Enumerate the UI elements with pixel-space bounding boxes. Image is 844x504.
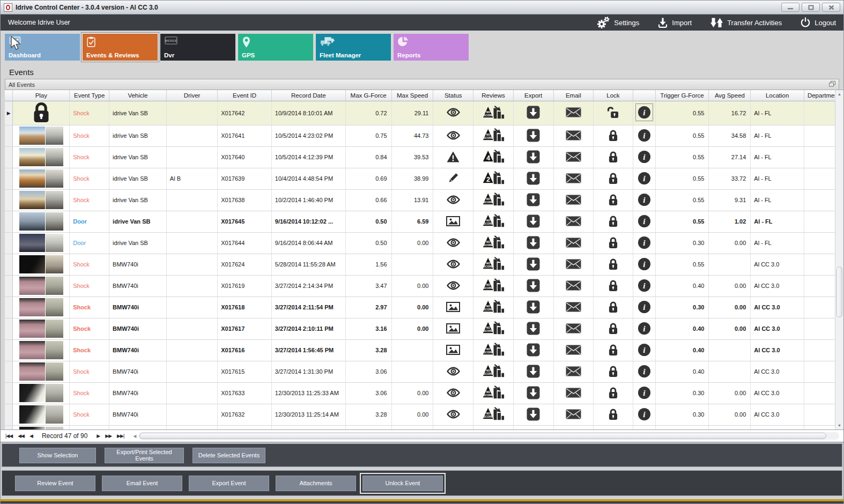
play-thumbnail[interactable]: [19, 427, 63, 429]
lock-icon[interactable]: [608, 172, 618, 184]
table-row[interactable]: Dooridrive Van SBX0176449/16/2014 8:06:4…: [5, 232, 843, 254]
column-header-export[interactable]: Export: [513, 90, 553, 101]
email-icon[interactable]: [566, 173, 581, 183]
reviews-score-icon[interactable]: NOSCORE: [482, 127, 505, 143]
column-header-max_speed[interactable]: Max Speed: [391, 90, 433, 101]
lock-icon[interactable]: [608, 279, 618, 292]
table-row[interactable]: Shockidrive Van SBX01764110/5/2014 4:23:…: [5, 125, 843, 146]
table-row[interactable]: ShockBMW740iX0176173/27/2014 2:10:11 PM3…: [5, 318, 843, 339]
close-button[interactable]: [822, 3, 840, 12]
lock-icon[interactable]: [608, 365, 618, 377]
table-row[interactable]: ShockBMW740iX0176163/27/2014 1:56:45 PM3…: [5, 339, 843, 361]
table-row[interactable]: ShockBMW740iX0176245/28/2014 11:55:28 AM…: [5, 254, 843, 275]
status-viewed-eye-icon[interactable]: [446, 195, 461, 204]
status-warning-icon[interactable]: [447, 151, 460, 162]
horizontal-scroll-thumb[interactable]: [139, 433, 826, 439]
email-icon[interactable]: [566, 388, 581, 398]
lock-icon[interactable]: [608, 129, 618, 142]
info-icon[interactable]: i: [638, 386, 651, 399]
email-icon[interactable]: [566, 259, 581, 269]
play-thumbnail[interactable]: [19, 234, 63, 252]
column-header-event_type[interactable]: Event Type: [70, 90, 109, 101]
export-icon[interactable]: [527, 214, 540, 228]
export-icon[interactable]: [527, 236, 540, 249]
status-viewed-eye-icon[interactable]: [446, 108, 461, 117]
export-print-selected-events-button[interactable]: Export/Print Selected Events: [105, 448, 184, 463]
status-edited-pencil-icon[interactable]: [447, 172, 459, 184]
column-header-event_id[interactable]: Event ID: [218, 90, 272, 101]
reviews-score-icon[interactable]: NOSCORE: [482, 234, 505, 250]
email-icon[interactable]: [566, 216, 581, 226]
status-viewed-eye-icon[interactable]: [446, 281, 461, 290]
email-icon[interactable]: [566, 152, 581, 162]
info-icon[interactable]: i: [638, 343, 651, 357]
nav-tile-events-reviews[interactable]: Events & Reviews: [83, 34, 158, 61]
export-icon[interactable]: [527, 172, 540, 185]
play-thumbnail[interactable]: [19, 148, 63, 166]
info-icon[interactable]: i: [638, 214, 651, 228]
column-header-record_date[interactable]: Record Date: [271, 90, 345, 101]
export-icon[interactable]: [527, 279, 540, 292]
column-header-trigger_g[interactable]: Trigger G-Force: [655, 90, 709, 101]
column-header-max_g[interactable]: Max G-Force: [345, 90, 391, 101]
info-icon[interactable]: i: [638, 257, 651, 271]
column-header-driver[interactable]: Driver: [166, 90, 217, 101]
reviews-score-icon[interactable]: NOSCORE: [482, 256, 505, 272]
info-icon[interactable]: i: [638, 279, 651, 292]
column-header-status[interactable]: Status: [433, 90, 473, 101]
email-icon[interactable]: [566, 107, 581, 117]
play-thumbnail[interactable]: [19, 320, 63, 338]
nav-tile-reports[interactable]: Reports: [394, 34, 469, 61]
status-viewed-eye-icon[interactable]: [446, 260, 461, 269]
table-row[interactable]: ShockBMW740iX01763212/30/2013 11:25:14 A…: [5, 404, 843, 425]
vertical-scroll-thumb[interactable]: [836, 266, 842, 317]
reviews-score-icon[interactable]: 4: [482, 149, 505, 165]
maximize-button[interactable]: [802, 3, 820, 12]
column-header-email[interactable]: Email: [553, 90, 594, 101]
reviews-score-icon[interactable]: NOSCORE: [482, 406, 505, 422]
export-icon[interactable]: [527, 343, 540, 357]
table-row[interactable]: Shockidrive Van SBX01764010/5/2014 4:12:…: [5, 146, 843, 168]
play-thumbnail[interactable]: [19, 191, 63, 209]
lock-icon[interactable]: [608, 151, 618, 163]
info-icon[interactable]: i: [638, 106, 651, 119]
reviews-score-icon[interactable]: NOSCORE: [482, 320, 505, 336]
locked-event-icon[interactable]: [32, 101, 51, 124]
horizontal-scrollbar[interactable]: ◀: [131, 430, 841, 442]
email-event-button[interactable]: Email Event: [102, 476, 182, 491]
lock-icon[interactable]: [608, 258, 618, 270]
next-record-button[interactable]: ▶: [94, 433, 102, 439]
lock-icon[interactable]: [608, 194, 618, 206]
status-viewed-eye-icon[interactable]: [446, 367, 461, 376]
column-header-vehicle[interactable]: Vehicle: [109, 90, 167, 101]
email-icon[interactable]: [566, 323, 581, 333]
table-row[interactable]: Shockidrive Van SBX01763810/2/2014 1:46:…: [5, 189, 843, 211]
fast-forward-button[interactable]: ▶▶: [102, 433, 114, 439]
info-icon[interactable]: i: [638, 129, 651, 142]
table-row[interactable]: ShockBMW740iX01763312/30/2013 11:25:33 A…: [5, 382, 843, 404]
vertical-scrollbar[interactable]: ▲ ▼: [835, 90, 843, 429]
scroll-left-arrow[interactable]: ◀: [131, 434, 138, 439]
column-header-review[interactable]: Reviews: [473, 90, 514, 101]
table-row[interactable]: ShockBMW740iX0176153/27/2014 1:31:30 PM3…: [5, 361, 843, 382]
lock-icon[interactable]: [608, 301, 618, 313]
table-row[interactable]: Dooridrive Van SBX0176459/16/2014 10:12:…: [5, 211, 843, 232]
table-row[interactable]: ShockBMW740iX0176193/27/2014 2:14:34 PM3…: [5, 275, 843, 297]
first-record-button[interactable]: |◀◀: [3, 433, 15, 439]
nav-tile-fleet-manager[interactable]: Fleet Manager: [316, 34, 391, 61]
table-row[interactable]: Shockidrive Van SBAl BX01763910/4/2014 4…: [5, 168, 843, 189]
play-thumbnail[interactable]: [19, 127, 63, 145]
email-icon[interactable]: [566, 130, 581, 140]
info-icon[interactable]: i: [638, 193, 651, 206]
status-image-icon[interactable]: [446, 323, 460, 333]
restore-panel-icon[interactable]: [829, 81, 835, 88]
play-thumbnail[interactable]: [19, 341, 63, 359]
reviews-score-icon[interactable]: NOSCORE: [482, 342, 505, 358]
lock-icon[interactable]: [608, 236, 618, 249]
delete-selected-events-button[interactable]: Delete Selected Events: [193, 448, 265, 463]
status-viewed-eye-icon[interactable]: [446, 131, 461, 140]
export-icon[interactable]: [527, 129, 540, 142]
info-icon[interactable]: i: [638, 407, 651, 421]
table-row-partial[interactable]: [5, 425, 843, 429]
info-icon[interactable]: i: [638, 322, 651, 335]
